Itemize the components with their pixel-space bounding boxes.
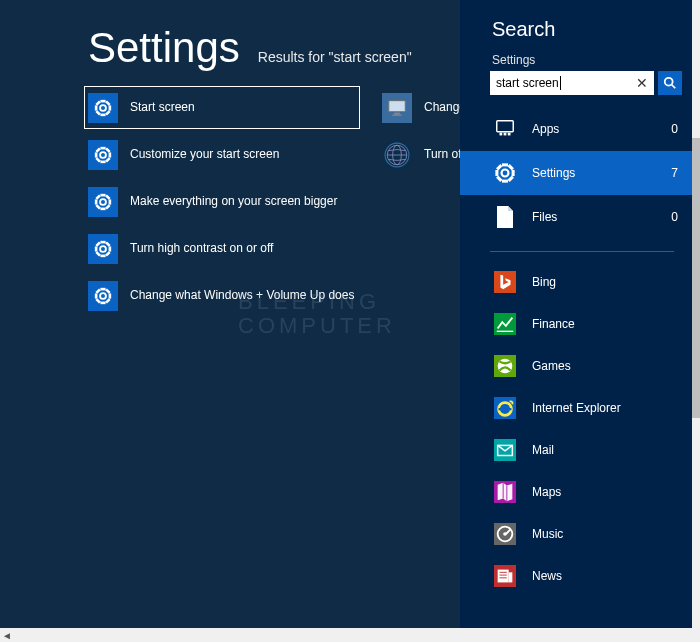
svg-rect-48 (100, 287, 105, 290)
svg-rect-12 (109, 152, 112, 157)
result-item[interactable]: Change what Windows + Volume Up does (88, 278, 356, 313)
xbox-icon (490, 351, 520, 381)
svg-point-58 (665, 78, 673, 86)
category-count: 0 (671, 122, 678, 136)
app-label: Music (532, 527, 563, 541)
category-label: Settings (532, 166, 659, 180)
search-category-files[interactable]: Files0 (460, 195, 692, 239)
maps-icon (490, 477, 520, 507)
result-label: Turn high contrast on or off (130, 241, 273, 257)
result-label: Make everything on your screen bigger (130, 194, 337, 210)
result-item[interactable]: Turn high contrast on or off (88, 231, 356, 266)
search-input[interactable]: start screen ✕ (490, 71, 654, 95)
search-category-settings[interactable]: Settings7 (460, 151, 692, 195)
magnifier-icon (663, 76, 677, 90)
svg-rect-18 (100, 146, 105, 149)
svg-rect-68 (502, 180, 508, 183)
search-context-label: Settings (460, 47, 692, 71)
svg-rect-70 (495, 170, 498, 176)
app-label: Internet Explorer (532, 401, 621, 415)
search-app-maps[interactable]: Maps (460, 472, 692, 512)
gear-icon (88, 187, 118, 217)
result-label: Customize your start screen (130, 147, 279, 163)
svg-rect-8 (100, 99, 105, 102)
svg-point-31 (100, 246, 106, 252)
file-icon (490, 202, 520, 232)
globe-icon (382, 140, 412, 170)
result-label: Start screen (130, 100, 195, 116)
page-title: Settings (88, 24, 240, 72)
monitor-icon (382, 93, 412, 123)
svg-rect-2 (109, 105, 112, 110)
result-item[interactable]: Customize your start screen (88, 137, 356, 172)
svg-rect-52 (394, 112, 400, 114)
svg-rect-22 (109, 199, 112, 204)
svg-line-59 (672, 85, 676, 89)
gear-icon (88, 281, 118, 311)
vertical-scroll-thumb[interactable] (692, 138, 700, 418)
category-label: Files (532, 210, 659, 224)
result-item[interactable]: Start screen (88, 90, 356, 125)
ie-icon (490, 393, 520, 423)
search-category-apps[interactable]: Apps0 (460, 107, 692, 151)
category-label: Apps (532, 122, 659, 136)
gear-icon (88, 234, 118, 264)
music-icon (490, 519, 520, 549)
svg-rect-26 (95, 199, 98, 204)
apps-icon (490, 114, 520, 144)
svg-rect-44 (100, 301, 105, 304)
svg-point-41 (100, 293, 106, 299)
search-app-games[interactable]: Games (460, 346, 692, 386)
svg-rect-91 (498, 570, 509, 583)
svg-rect-34 (100, 254, 105, 257)
svg-rect-51 (389, 100, 406, 111)
svg-rect-66 (512, 170, 515, 176)
svg-rect-6 (95, 105, 98, 110)
vertical-scrollbar[interactable] (692, 0, 700, 628)
chart-icon (490, 309, 520, 339)
bing-icon (490, 267, 520, 297)
svg-rect-46 (95, 293, 98, 298)
scroll-left-button[interactable]: ◄ (0, 628, 14, 642)
svg-point-1 (100, 105, 106, 111)
gear-icon (88, 140, 118, 170)
search-app-news[interactable]: News (460, 556, 692, 596)
svg-rect-60 (497, 121, 514, 132)
search-app-finance[interactable]: Finance (460, 304, 692, 344)
news-icon (490, 561, 520, 591)
app-label: Finance (532, 317, 575, 331)
search-app-internet-explorer[interactable]: Internet Explorer (460, 388, 692, 428)
svg-rect-61 (500, 133, 503, 136)
category-count: 7 (671, 166, 678, 180)
app-label: News (532, 569, 562, 583)
svg-rect-53 (392, 114, 401, 115)
gear-icon (490, 158, 520, 188)
search-button[interactable] (658, 71, 682, 95)
svg-rect-24 (100, 207, 105, 210)
gear-icon (88, 93, 118, 123)
svg-rect-32 (109, 246, 112, 251)
svg-rect-28 (100, 193, 105, 196)
mail-icon (490, 435, 520, 465)
clear-icon[interactable]: ✕ (636, 75, 648, 91)
horizontal-scrollbar[interactable]: ◄ (0, 628, 700, 642)
app-label: Bing (532, 275, 556, 289)
result-item[interactable]: Make everything on your screen bigger (88, 184, 356, 219)
svg-rect-81 (499, 408, 512, 410)
svg-rect-74 (494, 271, 516, 293)
app-label: Mail (532, 443, 554, 457)
search-app-mail[interactable]: Mail (460, 430, 692, 470)
search-charm: Search Settings start screen ✕ Apps0Sett… (460, 0, 692, 628)
svg-rect-36 (95, 246, 98, 251)
results-subtitle: Results for "start screen" (258, 49, 412, 65)
svg-point-21 (100, 199, 106, 205)
svg-rect-38 (100, 240, 105, 243)
svg-rect-14 (100, 160, 105, 163)
result-label: Change what Windows + Volume Up does (130, 288, 354, 304)
search-app-music[interactable]: Music (460, 514, 692, 554)
svg-rect-72 (502, 163, 508, 166)
divider (490, 251, 674, 252)
svg-point-65 (502, 170, 509, 177)
svg-rect-92 (509, 572, 513, 582)
search-app-bing[interactable]: Bing (460, 262, 692, 302)
